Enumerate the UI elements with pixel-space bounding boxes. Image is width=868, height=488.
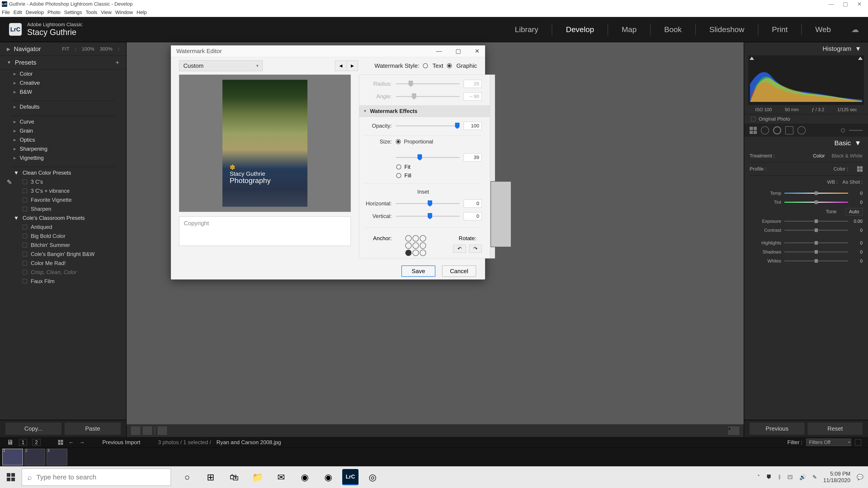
preset-folder[interactable]: ▶Optics <box>0 135 126 144</box>
vertical-value[interactable]: 0 <box>464 212 482 220</box>
watermark-effects-header[interactable]: ▼Watermark Effects <box>359 105 490 117</box>
tray-wifi-icon[interactable]: ⮹ <box>787 474 793 480</box>
navigator-header[interactable]: ▶ Navigator FIT : 100% 300% : <box>0 42 126 56</box>
size-proportional-radio[interactable] <box>396 139 401 144</box>
filmstrip-thumb[interactable]: 3 <box>46 449 67 465</box>
copyright-textarea[interactable]: Copyright <box>179 217 351 246</box>
task-view-icon[interactable]: ⊞ <box>201 468 220 487</box>
tray-security-icon[interactable]: ⛊ <box>766 474 772 480</box>
taskbar-clock[interactable]: 5:09 PM 11/18/2020 <box>823 470 850 484</box>
preset-folder[interactable]: ▶Defaults <box>0 102 126 111</box>
dialog-maximize[interactable]: ▢ <box>456 48 461 55</box>
module-web[interactable]: Web <box>811 25 835 34</box>
menu-view[interactable]: View <box>101 9 112 15</box>
shadow-clip-icon[interactable] <box>749 57 754 60</box>
display-1-button[interactable]: 1 <box>19 439 27 446</box>
preset-folder[interactable]: ▶B&W <box>0 88 126 96</box>
dialog-close[interactable]: ✕ <box>475 48 480 55</box>
cortana-icon[interactable]: ○ <box>178 468 197 487</box>
graduated-filter-tool[interactable] <box>785 126 794 134</box>
whites-value[interactable]: 0 <box>851 258 863 264</box>
save-button[interactable]: Save <box>401 265 435 277</box>
preset-folder[interactable]: ▶Vignetting <box>0 153 126 162</box>
display-2-button[interactable]: 2 <box>32 439 40 446</box>
window-maximize[interactable]: ▢ <box>843 1 848 7</box>
exposure-value[interactable]: 0.00 <box>851 219 863 224</box>
preset-item[interactable]: Antiqued <box>0 223 126 232</box>
size-value[interactable]: 39 <box>464 153 482 162</box>
preset-item[interactable]: 3 C's + vibrance <box>0 186 126 195</box>
menu-edit[interactable]: Edit <box>13 9 22 15</box>
vertical-slider[interactable] <box>396 216 460 217</box>
menu-settings[interactable]: Settings <box>64 9 82 15</box>
menu-tools[interactable]: Tools <box>86 9 97 15</box>
paste-button[interactable]: Paste <box>65 422 121 435</box>
size-fit-radio[interactable] <box>396 164 401 169</box>
horizontal-slider[interactable] <box>396 203 460 204</box>
filmstrip-thumb[interactable]: 1 <box>2 449 23 465</box>
lightroom-taskbar-icon[interactable]: LrC <box>342 469 359 485</box>
rotate-left-button[interactable]: ↶ <box>453 245 466 253</box>
rotate-right-button[interactable]: ↷ <box>469 245 482 253</box>
contrast-value[interactable]: 0 <box>851 228 863 233</box>
style-text-radio[interactable] <box>423 63 428 68</box>
shadows-value[interactable]: 0 <box>851 250 863 255</box>
size-slider[interactable] <box>396 157 460 158</box>
toolbar-slider[interactable] <box>849 130 863 131</box>
creative-cloud-icon[interactable]: ◎ <box>363 468 382 487</box>
secondary-display-icon[interactable]: 🖥 <box>7 438 13 446</box>
chrome-icon[interactable]: ◉ <box>295 468 314 487</box>
eyedropper-icon[interactable]: ✎ <box>7 178 12 186</box>
zoom-300[interactable]: 300% <box>100 46 113 52</box>
preset-item[interactable]: 3 C's <box>0 177 126 186</box>
module-library[interactable]: Library <box>510 25 543 34</box>
menu-window[interactable]: Window <box>115 9 133 15</box>
whites-slider[interactable] <box>784 260 848 261</box>
add-preset-button[interactable]: + <box>115 59 119 66</box>
preset-folder[interactable]: ▶Creative <box>0 78 126 88</box>
contrast-slider[interactable] <box>784 230 848 231</box>
wb-value[interactable]: As Shot : <box>842 179 863 185</box>
exposure-slider[interactable] <box>784 221 848 222</box>
previous-import-label[interactable]: Previous Import <box>102 439 141 446</box>
anchor-grid[interactable] <box>405 235 426 256</box>
opacity-value[interactable]: 100 <box>464 122 482 130</box>
filmstrip-thumb[interactable]: 2 <box>24 449 45 465</box>
preview-next-button[interactable]: ▶ <box>346 61 358 71</box>
preset-item[interactable]: Sharpen <box>0 204 126 214</box>
nav-prev-icon[interactable]: ← <box>68 439 74 446</box>
treatment-color[interactable]: Color <box>813 153 825 159</box>
crop-tool[interactable] <box>749 127 757 134</box>
preview-prev-button[interactable]: ◀ <box>335 61 346 71</box>
zoom-fit[interactable]: FIT <box>62 46 69 52</box>
preset-folder[interactable]: ▶Curve <box>0 117 126 126</box>
histogram[interactable] <box>748 55 864 105</box>
filter-lock-icon[interactable] <box>855 439 861 446</box>
module-map[interactable]: Map <box>617 25 641 34</box>
spot-tool[interactable] <box>761 126 769 134</box>
filter-dropdown[interactable]: Filters Off <box>806 438 851 446</box>
watermark-preset-dropdown[interactable]: Custom▾ <box>179 60 263 71</box>
grid-icon[interactable] <box>58 440 63 445</box>
soft-proof-button[interactable]: ▾ <box>728 427 739 435</box>
profile-value[interactable]: Color : <box>833 166 848 172</box>
preset-item[interactable]: Cole's Bangin' Bright B&W <box>0 250 126 259</box>
taskbar-search[interactable]: ⌕ Type here to search <box>22 468 171 486</box>
menu-develop[interactable]: Develop <box>26 9 44 15</box>
treatment-bw[interactable]: Black & White <box>832 153 863 159</box>
cloud-sync-icon[interactable]: ☁ <box>851 25 859 34</box>
preset-folder[interactable]: ▶Grain <box>0 126 126 135</box>
before-after-button[interactable] <box>158 427 167 435</box>
temp-slider[interactable] <box>784 193 848 194</box>
copy-button[interactable]: Copy... <box>5 422 61 435</box>
preset-item[interactable]: Color Me Rad! <box>0 259 126 268</box>
auto-tone-button[interactable]: Auto <box>846 208 863 215</box>
reset-button[interactable]: Reset <box>808 422 863 435</box>
tray-up-icon[interactable]: ˄ <box>757 474 760 480</box>
histogram-header[interactable]: Histogram▼ <box>744 42 868 55</box>
highlights-value[interactable]: 0 <box>851 240 863 246</box>
style-graphic-radio[interactable] <box>447 63 452 68</box>
preset-item[interactable]: Faux Film <box>0 277 126 286</box>
anchor-bottom-left[interactable] <box>405 250 412 256</box>
highlight-clip-icon[interactable] <box>858 57 863 60</box>
